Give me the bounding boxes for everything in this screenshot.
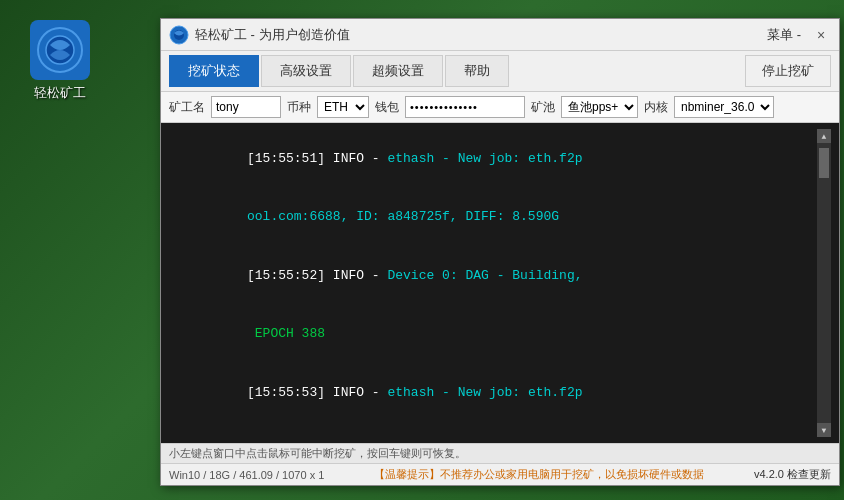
miner-name-input[interactable] bbox=[211, 96, 281, 118]
form-bar: 矿工名 币种 ETH ETC RVN 钱包 矿池 鱼池pps+ 内核 nbmin… bbox=[161, 92, 839, 123]
tab-advanced-settings[interactable]: 高级设置 bbox=[261, 55, 351, 87]
pool-select[interactable]: 鱼池pps+ bbox=[561, 96, 638, 118]
desktop-icon-label: 轻松矿工 bbox=[34, 84, 86, 102]
menu-button[interactable]: 菜单 - bbox=[761, 24, 807, 46]
tab-mining-status[interactable]: 挖矿状态 bbox=[169, 55, 259, 87]
title-bar: 轻松矿工 - 为用户创造价值 菜单 - × bbox=[161, 19, 839, 51]
miner-label: 矿工名 bbox=[169, 99, 205, 116]
tab-super-settings[interactable]: 超频设置 bbox=[353, 55, 443, 87]
status-bar: Win10 / 18G / 461.09 / 1070 x 1 【温馨提示】不推… bbox=[161, 463, 839, 485]
pool-label: 矿池 bbox=[531, 99, 555, 116]
bottom-tip: 小左键点窗口中点击鼠标可能中断挖矿，按回车键则可恢复。 bbox=[161, 443, 839, 463]
desktop-icon-miner[interactable]: 轻松矿工 bbox=[20, 20, 100, 102]
window-title: 轻松矿工 - 为用户创造价值 bbox=[195, 26, 350, 44]
log-line-3: [15:55:53] INFO - ethash - New job: eth.… bbox=[169, 363, 817, 422]
kernel-label: 内核 bbox=[644, 99, 668, 116]
wallet-label: 钱包 bbox=[375, 99, 399, 116]
scrollbar-up-button[interactable]: ▲ bbox=[817, 129, 831, 143]
log-line-1b: ool.com:6688, ID: a848725f, DIFF: 8.590G bbox=[169, 188, 817, 247]
console-scrollbar[interactable]: ▲ ▼ bbox=[817, 129, 831, 437]
log-line-1: [15:55:51] INFO - ethash - New job: eth.… bbox=[169, 129, 817, 188]
log-line-2: [15:55:52] INFO - Device 0: DAG - Buildi… bbox=[169, 246, 817, 305]
scrollbar-thumb[interactable] bbox=[819, 148, 829, 178]
scrollbar-track bbox=[819, 143, 829, 423]
version-info[interactable]: v4.2.0 检查更新 bbox=[754, 467, 831, 482]
tab-help[interactable]: 帮助 bbox=[445, 55, 509, 87]
wallet-input[interactable] bbox=[405, 96, 525, 118]
coin-select[interactable]: ETH ETC RVN bbox=[317, 96, 369, 118]
console-content: [15:55:51] INFO - ethash - New job: eth.… bbox=[169, 129, 817, 437]
scrollbar-down-button[interactable]: ▼ bbox=[817, 423, 831, 437]
close-button[interactable]: × bbox=[811, 25, 831, 45]
desktop: 轻松矿工 轻松矿工 - 为用户创造价值 菜单 - × bbox=[0, 0, 844, 500]
app-icon bbox=[30, 20, 90, 80]
log-line-2b: EPOCH 388 bbox=[169, 305, 817, 364]
log-line-3b: ool.com:6688, ID: 82117d28, DIFF: 8.590G bbox=[169, 422, 817, 438]
console-area[interactable]: [15:55:51] INFO - ethash - New job: eth.… bbox=[161, 123, 839, 443]
title-icon bbox=[169, 25, 189, 45]
kernel-select[interactable]: nbminer_36.0 bbox=[674, 96, 774, 118]
stop-mining-button[interactable]: 停止挖矿 bbox=[745, 55, 831, 87]
nav-bar: 挖矿状态 高级设置 超频设置 帮助 停止挖矿 bbox=[161, 51, 839, 92]
sys-info: Win10 / 18G / 461.09 / 1070 x 1 bbox=[169, 469, 324, 481]
status-warning: 【温馨提示】不推荐办公或家用电脑用于挖矿，以免损坏硬件或数据 bbox=[374, 467, 704, 482]
coin-label: 币种 bbox=[287, 99, 311, 116]
main-window: 轻松矿工 - 为用户创造价值 菜单 - × 挖矿状态 高级设置 超频设置 帮助 … bbox=[160, 18, 840, 486]
title-bar-right: 菜单 - × bbox=[761, 24, 831, 46]
title-bar-left: 轻松矿工 - 为用户创造价值 bbox=[169, 25, 350, 45]
